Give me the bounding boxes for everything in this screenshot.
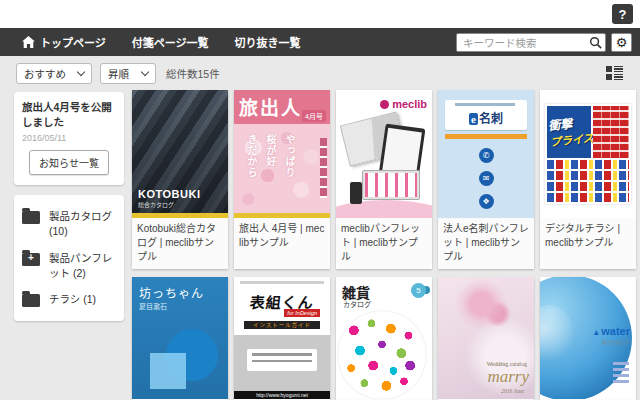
settings-button[interactable]: ⚙ [611,33,632,52]
nav-item-clippings[interactable]: 切り抜き一覧 [235,34,301,50]
category-card: 製品カタログ (10) 製品パンフレット (2) チラシ (1) [14,195,124,321]
book-tile-kotobuki[interactable]: KOTOBUKI 総合カタログ Kotobuki総合カタログ | meclibサ… [132,90,228,269]
nav-item-label: 切り抜き一覧 [235,34,301,50]
cover-icon-1: ✆ [479,148,494,163]
home-icon [22,36,35,48]
notice-list-button[interactable]: お知らせ一覧 [29,150,109,175]
category-item-flyer[interactable]: チラシ (1) [22,286,116,313]
cover-icon-3: ❖ [479,194,494,209]
book-cover-install-guide: 表組くん for InDesign インストールガイド http://www.h… [234,277,330,399]
meclib-logo: meclib [380,98,427,110]
book-cover-meclib: meclib [336,90,432,218]
cover-title: marry [487,367,529,387]
notice-card: 旅出人4月号を公開しました 2016/05/11 お知らせ一覧 [14,92,124,185]
cover-pattern-circle [338,311,426,399]
book-caption: meclibパンフレット | meclibサンプル [336,218,432,269]
category-label: 製品カタログ (10) [49,209,116,238]
book-cover-botchan: 坊っちゃん 夏目漱石 [132,277,228,399]
sort-select[interactable]: おすすめ [16,63,92,84]
book-cover-emeishi: e名刺 ✆ ✉ ❖ [438,90,534,218]
chevron-down-icon [77,67,85,75]
book-tile-digital-chirashi[interactable]: 衝撃 プライス デジタルチラシ | meclibサンプル [540,90,636,269]
cover-title: ▲water [592,325,630,337]
nav-item-label: トップページ [40,34,106,50]
book-row-2: 坊っちゃん 夏目漱石 坊っちゃん | meclibサンプル 表組くん for I… [132,277,640,400]
nav-item-label: 付箋ページ一覧 [132,34,209,50]
top-strip: ? [0,0,640,28]
book-tile-water-catalog[interactable]: ▲water 総合カタログ water 総合カタログ | meclibサンプル [540,277,636,400]
cover-vertical-text: やっぱり 桜が好 きだから [244,134,297,178]
nav-item-top-page[interactable]: トップページ [22,34,106,50]
cover-title: 坊っちゃん [139,284,204,302]
cover-note-strip [132,213,228,218]
book-tile-meclib-pamphlet[interactable]: meclib meclibパンフレット | meclibサンプル [336,90,432,269]
order-select[interactable]: 昇順 [100,63,156,84]
book-cover-kotobuki: KOTOBUKI 総合カタログ [132,90,228,218]
folder-icon [22,211,40,224]
category-item-product-catalog[interactable]: 製品カタログ (10) [22,203,116,244]
category-label: 製品パンフレット (2) [49,251,116,280]
total-count-label: 総件数15件 [166,66,220,81]
cover-subtitle: カタログ [343,299,371,309]
book-cover-wedding: Wedding catalog marry 2016 June [438,277,534,399]
cover-issue-badge: 4月号 [302,110,326,122]
droplet-icon: ▲ [592,328,600,337]
main-navbar: トップページ 付箋ページ一覧 切り抜き一覧 ⚙ [0,28,640,56]
cover-detail-bars [613,362,629,383]
cover-subtitle: 総合カタログ [602,339,629,345]
book-row-1: KOTOBUKI 総合カタログ Kotobuki総合カタログ | meclibサ… [132,90,640,269]
meclib-logo-dot [380,100,389,109]
folder-plus-icon [22,253,40,266]
search-box [456,33,606,52]
notice-date: 2016/05/11 [22,133,116,143]
search-icon[interactable] [589,36,602,49]
cover-badge: 5 [411,283,426,298]
list-toolbar: おすすめ 昇順 総件数15件 [16,62,624,84]
book-tile-botchan[interactable]: 坊っちゃん 夏目漱石 坊っちゃん | meclibサンプル [132,277,228,400]
book-tile-emeishi[interactable]: e名刺 ✆ ✉ ❖ 法人e名刺パンフレット | meclibサンプル [438,90,534,269]
cover-url: http://www.hyogumi.net [234,391,330,399]
sidebar: 旅出人4月号を公開しました 2016/05/11 お知らせ一覧 製品カタログ (… [14,92,124,321]
cover-date: 2016 June [501,388,524,394]
chevron-down-icon [141,67,149,75]
category-label: チラシ (1) [49,292,96,307]
book-tile-install-guide[interactable]: 表組くん for InDesign インストールガイド http://www.h… [234,277,330,400]
book-caption: 旅出人 4月号 | meclibサンプル [234,218,330,255]
book-tile-tabibito[interactable]: 旅出人 4月号 やっぱり 桜が好 きだから 旅出人 4月号 | meclibサン… [234,90,330,269]
book-caption: 法人e名刺パンフレット | meclibサンプル [438,218,534,269]
book-cover-chirashi: 衝撃 プライス [540,90,636,218]
emeishi-logo: e名刺 [445,109,527,127]
help-button[interactable]: ? [612,4,633,24]
book-grid: KOTOBUKI 総合カタログ Kotobuki総合カタログ | meclibサ… [132,90,640,400]
cover-headline: 衝撃 プライス [547,112,594,149]
book-caption: デジタルチラシ | meclibサンプル [540,218,636,255]
book-cover-water: ▲water 総合カタログ [540,277,636,399]
folder-icon [22,294,40,307]
notice-title: 旅出人4月号を公開しました [22,100,116,130]
order-select-value: 昇順 [108,66,129,81]
cover-subtitle: for InDesign [284,309,320,317]
bookshelf-screen: ? トップページ 付箋ページ一覧 切り抜き一覧 ⚙ おすすめ 昇順 [0,0,640,400]
book-tile-zakka-catalog[interactable]: 雑貨 カタログ 5 雑貨カタログ | meclibサンプル [336,277,432,400]
search-input[interactable] [456,33,606,52]
cover-author: 夏目漱石 [139,301,167,311]
book-caption: Kotobuki総合カタログ | meclibサンプル [132,218,228,269]
gear-icon: ⚙ [616,36,628,49]
sort-select-value: おすすめ [24,66,66,81]
nav-right-group: ⚙ [456,33,632,52]
book-tile-wedding-catalog[interactable]: Wedding catalog marry 2016 June Wedding … [438,277,534,400]
cover-title: KOTOBUKI [138,188,200,200]
cover-note-strip [234,213,330,218]
book-cover-tabibito: 旅出人 4月号 やっぱり 桜が好 きだから [234,90,330,218]
cover-subtitle: 総合カタログ [138,200,174,209]
cover-banner: インストールガイド [244,321,320,329]
book-cover-zakka: 雑貨 カタログ 5 [336,277,432,399]
list-view-toggle-icon[interactable] [606,66,624,80]
nav-item-fusen-pages[interactable]: 付箋ページ一覧 [132,34,209,50]
cover-icon-2: ✉ [479,171,494,186]
category-item-product-pamphlet[interactable]: 製品パンフレット (2) [22,245,116,286]
cover-title: 旅出人 [239,93,302,120]
